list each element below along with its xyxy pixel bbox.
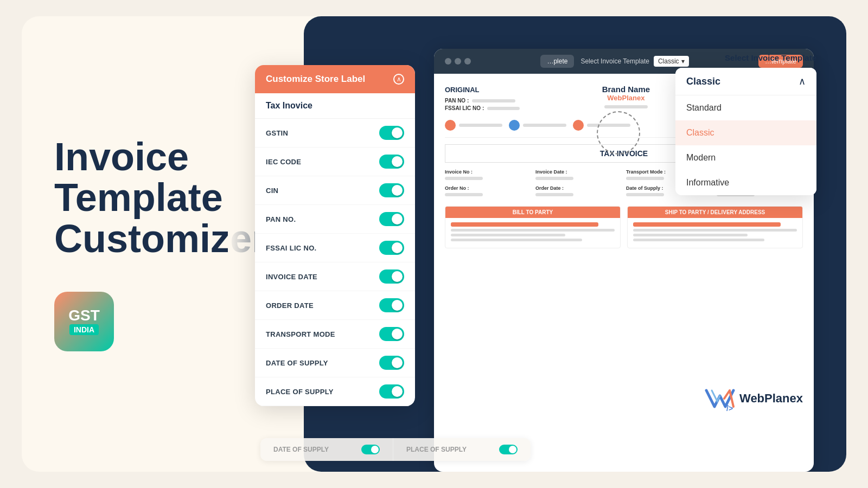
toolbar-dots (445, 58, 471, 65)
ship-to-party: SHIP TO PARTY / DELIVERY ADDRESS (627, 206, 803, 248)
detail-invoice-date: Invoice Date : (535, 169, 622, 181)
toggle-label: TRANSPORT MODE (266, 330, 335, 338)
customize-panel: Customize Store Label ∧ Tax Inovice GSTI… (255, 65, 415, 406)
toggle-label: PLACE OF SUPPLY (266, 388, 334, 396)
phone-icon (573, 120, 584, 131)
toggle-row-transport: TRANSPORT MODE (255, 320, 415, 349)
tax-invoice-row: Tax Inovice (255, 93, 415, 119)
detail-invoice-no: Invoice No : (445, 169, 531, 181)
bottom-place-supply-toggle[interactable] (499, 445, 518, 454)
toolbar-dot (455, 58, 461, 65)
toggle-row-invoice-date: INVOICE DATE (255, 262, 415, 291)
toolbar-dot (445, 58, 451, 65)
gst-badge: GST INDIA (54, 292, 114, 351)
toggle-label: CIN (266, 187, 278, 195)
icon-item (445, 120, 502, 131)
left-section: Invoice Template Customizer GST INDIA (22, 104, 228, 384)
bottom-card-place-supply: PLACE OF SUPPLY (393, 438, 531, 461)
icon-item (509, 120, 566, 131)
template-select-label: Select Invoice Template (580, 57, 649, 65)
toolbar-dot (464, 58, 471, 65)
complete-button[interactable]: …plete (540, 55, 574, 68)
original-label: ORIGINAL PAN NO : FSSAI LIC NO : (445, 85, 520, 111)
detail-order-no: Order No : (445, 185, 531, 197)
svg-text:/>: /> (726, 404, 733, 412)
invoice-date-toggle[interactable] (379, 269, 404, 284)
dropdown-selected[interactable]: Classic ∧ (675, 68, 816, 95)
toggle-row-iec: IEC CODE (255, 147, 415, 176)
customize-header-title: Customize Store Label (266, 74, 365, 85)
date-supply-toggle[interactable] (379, 356, 404, 370)
detail-order-date: Order Date : (535, 185, 622, 197)
toggle-label: DATE OF SUPPLY (266, 359, 328, 367)
web-placeholder (523, 124, 566, 127)
web-icon (509, 120, 520, 131)
dropdown-selected-text: Classic (686, 76, 720, 87)
email-placeholder (459, 124, 502, 127)
pan-toggle[interactable] (379, 212, 404, 226)
ship-to-content (628, 218, 802, 248)
customize-header: Customize Store Label ∧ (255, 65, 415, 93)
toggle-label: FSSAI LIC NO. (266, 244, 316, 252)
webplanex-text: WebPlanex (739, 391, 803, 406)
toggle-label: INVOICE DATE (266, 273, 317, 281)
bottom-date-supply-toggle[interactable] (361, 445, 380, 454)
webplanex-icon: /> (704, 385, 736, 412)
option-standard[interactable]: Standard (675, 95, 816, 120)
dropdown-options: Standard Classic Modern Informative (675, 95, 816, 195)
toggle-row-pan: PAN NO. (255, 205, 415, 234)
customize-card: Customize Store Label ∧ Tax Inovice GSTI… (255, 65, 415, 406)
order-date-toggle[interactable] (379, 298, 404, 312)
toggle-row-gstin: GSTIN (255, 119, 415, 147)
main-title: Invoice Template Customizer (54, 137, 206, 260)
gst-text: GST (68, 308, 100, 323)
toggle-label: PAN NO. (266, 215, 296, 223)
toggle-row-fssai: FSSAI LIC NO. (255, 234, 415, 262)
customize-body: Tax Inovice GSTIN IEC CODE CIN PAN NO. (255, 93, 415, 406)
toggle-row-cin: CIN (255, 176, 415, 205)
toggle-label: GSTIN (266, 129, 288, 137)
template-select: Select Invoice Template Classic ▾ (580, 56, 688, 67)
chevron-up-icon: ∧ (799, 75, 806, 87)
toggle-row-date-supply: DATE OF SUPPLY (255, 349, 415, 377)
toggle-row-place-supply: PLACE OF SUPPLY (255, 377, 415, 406)
option-modern[interactable]: Modern (675, 145, 816, 170)
template-dropdown: Classic ∧ Standard Classic Modern Inform… (675, 68, 816, 195)
webplanex-area: /> WebPlanex (704, 385, 803, 412)
bottom-date-supply-label: DATE OF SUPPLY (273, 446, 329, 453)
bottom-faded-panel: DATE OF SUPPLY PLACE OF SUPPLY (260, 438, 531, 461)
option-informative[interactable]: Informative (675, 170, 816, 195)
webplanex-logo: /> WebPlanex (704, 385, 803, 412)
fssai-toggle[interactable] (379, 241, 404, 255)
bill-to-party: BILL TO PARTY (445, 206, 621, 248)
template-dropdown-label: Select Invoice Template (675, 53, 816, 62)
toggle-label: IEC CODE (266, 158, 301, 166)
collapse-button[interactable]: ∧ (393, 74, 404, 85)
cin-toggle[interactable] (379, 183, 404, 197)
party-row: BILL TO PARTY SHIP TO PARTY / DELIVERY A… (445, 206, 803, 248)
template-dropdown-area: Select Invoice Template Classic ∧ Standa… (675, 53, 816, 195)
gstin-toggle[interactable] (379, 126, 404, 140)
bottom-place-supply-label: PLACE OF SUPPLY (406, 446, 467, 453)
india-text: INDIA (69, 324, 99, 335)
dashed-circle-decoration (597, 111, 640, 155)
toggle-label: ORDER DATE (266, 301, 314, 310)
iec-toggle[interactable] (379, 155, 404, 169)
brand-info: Brand Name WebPlanex (602, 85, 650, 108)
place-supply-toggle[interactable] (379, 384, 404, 399)
option-classic[interactable]: Classic (675, 120, 816, 145)
email-icon (445, 120, 456, 131)
outer-card: Invoice Template Customizer GST INDIA Cu… (22, 16, 846, 472)
bill-to-content (445, 218, 620, 248)
transport-toggle[interactable] (379, 327, 404, 341)
bottom-card-date-supply: DATE OF SUPPLY (260, 438, 393, 461)
toggle-row-order-date: ORDER DATE (255, 291, 415, 320)
